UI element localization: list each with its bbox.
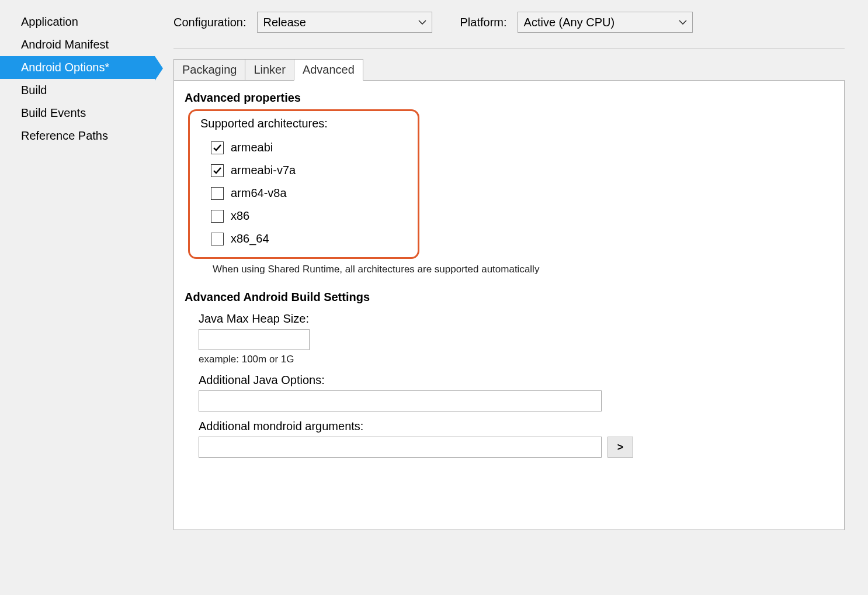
arch-label-armeabi-v7a: armeabi-v7a	[231, 164, 296, 177]
java-heap-input[interactable]	[199, 329, 310, 350]
additional-java-options-label: Additional Java Options:	[199, 373, 834, 387]
tab-strip: Packaging Linker Advanced	[173, 59, 845, 81]
supported-architectures-highlight: Supported architectures: armeabi armeabi…	[188, 109, 419, 259]
arch-row-armeabi-v7a: armeabi-v7a	[200, 159, 328, 182]
additional-mondroid-arguments-input[interactable]	[199, 437, 602, 458]
chevron-down-icon	[418, 19, 426, 25]
tab-packaging[interactable]: Packaging	[173, 59, 245, 81]
arch-checkbox-armeabi-v7a[interactable]	[211, 164, 224, 177]
arch-label-armeabi: armeabi	[231, 141, 273, 154]
section-advanced-properties-title: Advanced properties	[185, 91, 834, 105]
java-heap-label: Java Max Heap Size:	[199, 312, 834, 326]
platform-select[interactable]: Active (Any CPU)	[518, 12, 693, 33]
supported-architectures-label: Supported architectures:	[200, 117, 328, 130]
arch-row-x86-64: x86_64	[200, 227, 328, 250]
sidebar-item-android-manifest[interactable]: Android Manifest	[0, 33, 155, 56]
mondroid-more-button[interactable]: >	[607, 437, 633, 458]
tab-advanced[interactable]: Advanced	[294, 59, 363, 81]
java-heap-example: example: 100m or 1G	[199, 354, 834, 365]
chevron-down-icon	[679, 19, 687, 25]
additional-java-options-input[interactable]	[199, 390, 602, 411]
configuration-select[interactable]: Release	[257, 12, 432, 33]
arch-label-x86: x86	[231, 209, 249, 223]
sidebar-item-build-events[interactable]: Build Events	[0, 102, 155, 124]
platform-label: Platform:	[460, 16, 507, 29]
sidebar-item-application[interactable]: Application	[0, 11, 155, 33]
main-content: Configuration: Release Platform: Active …	[155, 0, 868, 595]
arch-row-x86: x86	[200, 205, 328, 227]
sidebar: Application Android Manifest Android Opt…	[0, 0, 155, 595]
arch-row-armeabi: armeabi	[200, 136, 328, 159]
tab-linker[interactable]: Linker	[245, 59, 294, 81]
tab-panel-advanced: Advanced properties Supported architectu…	[173, 80, 845, 530]
arch-row-arm64-v8a: arm64-v8a	[200, 182, 328, 205]
sidebar-item-reference-paths[interactable]: Reference Paths	[0, 124, 155, 147]
arch-checkbox-arm64-v8a[interactable]	[211, 187, 224, 200]
configuration-select-value: Release	[263, 16, 306, 29]
sidebar-item-build[interactable]: Build	[0, 79, 155, 102]
section-advanced-build-title: Advanced Android Build Settings	[185, 290, 834, 304]
configuration-label: Configuration:	[173, 16, 246, 29]
sidebar-item-android-options[interactable]: Android Options*	[0, 56, 155, 79]
additional-mondroid-arguments-label: Additional mondroid arguments:	[199, 420, 834, 433]
arch-checkbox-x86[interactable]	[211, 210, 224, 223]
shared-runtime-hint: When using Shared Runtime, all architect…	[213, 264, 834, 275]
arch-checkbox-x86-64[interactable]	[211, 233, 224, 245]
arch-label-arm64-v8a: arm64-v8a	[231, 186, 287, 200]
arch-checkbox-armeabi[interactable]	[211, 141, 224, 154]
platform-select-value: Active (Any CPU)	[524, 16, 615, 29]
arch-label-x86-64: x86_64	[231, 232, 269, 245]
config-row: Configuration: Release Platform: Active …	[173, 12, 845, 49]
